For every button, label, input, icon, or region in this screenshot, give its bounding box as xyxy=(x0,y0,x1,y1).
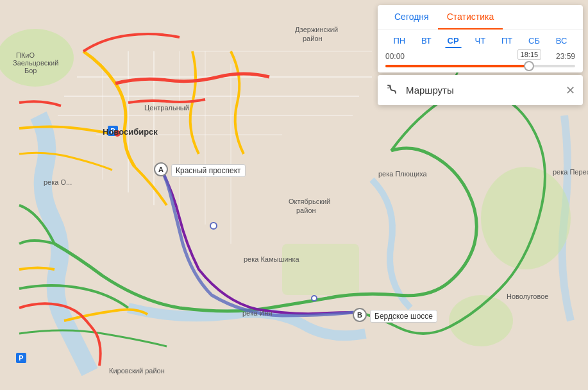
tab-statistics[interactable]: Статистика xyxy=(438,5,503,30)
waypoint-a-label: Красный проспект xyxy=(171,164,246,177)
routes-close-button[interactable]: ✕ xyxy=(566,83,575,98)
time-end: 23:59 xyxy=(556,52,575,61)
slider-thumb[interactable] xyxy=(524,61,534,71)
time-start: 00:00 xyxy=(385,52,405,61)
tab-today[interactable]: Сегодня xyxy=(385,5,438,30)
time-range-row: 00:00 23:59 xyxy=(378,51,583,64)
slider-label: 18:15 xyxy=(517,49,542,60)
map-container: P P CE Новосибирск Дзержинский район Цен… xyxy=(0,0,588,390)
svg-point-22 xyxy=(312,296,317,301)
waypoint-a-marker: А xyxy=(154,162,168,176)
svg-text:P: P xyxy=(19,354,23,362)
tabs-row: Сегодня Статистика xyxy=(378,5,583,30)
day-sb[interactable]: СБ xyxy=(526,35,542,48)
slider-fill xyxy=(385,65,528,67)
routes-panel: Маршруты ✕ xyxy=(378,75,583,105)
day-pt[interactable]: ПТ xyxy=(499,35,515,48)
day-vt[interactable]: ВТ xyxy=(419,35,434,48)
day-pn[interactable]: ПН xyxy=(391,35,408,48)
svg-rect-4 xyxy=(282,244,359,295)
panel-container: Сегодня Статистика ПН ВТ СР ЧТ ПТ СБ ВС … xyxy=(373,0,588,110)
svg-point-20 xyxy=(114,130,121,137)
slider-track[interactable] xyxy=(385,65,575,67)
waypoint-b-marker: В xyxy=(353,308,367,322)
stats-panel: Сегодня Статистика ПН ВТ СР ЧТ ПТ СБ ВС … xyxy=(378,5,583,72)
routes-icon xyxy=(385,81,399,99)
routes-label: Маршруты xyxy=(406,85,566,96)
slider-container[interactable]: 18:15 xyxy=(378,64,583,72)
day-sr[interactable]: СР xyxy=(445,35,462,48)
days-row: ПН ВТ СР ЧТ ПТ СБ ВС xyxy=(378,30,583,51)
svg-point-1 xyxy=(0,29,74,87)
svg-point-21 xyxy=(210,223,217,229)
waypoint-b-label: Бердское шоссе xyxy=(370,310,437,323)
day-cht[interactable]: ЧТ xyxy=(473,35,489,48)
day-vs[interactable]: ВС xyxy=(553,35,570,48)
